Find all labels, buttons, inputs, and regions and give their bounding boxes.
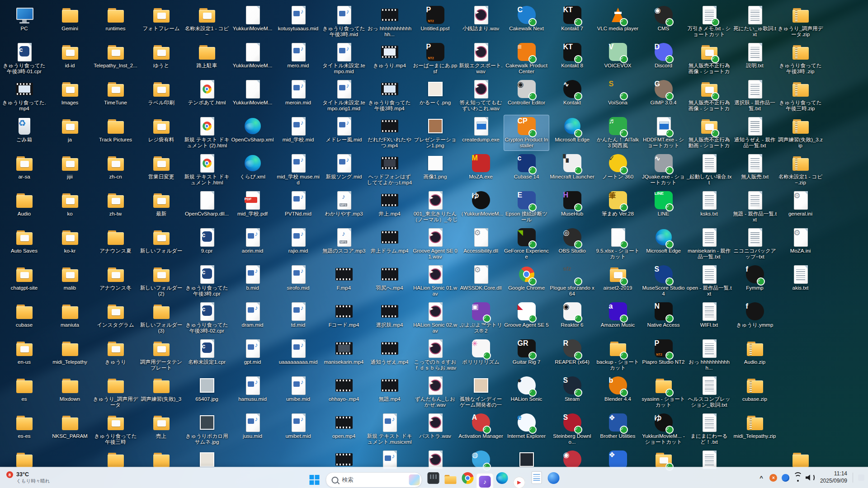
desktop-icon[interactable]: ◉✓Reaktor 6 [549, 300, 595, 336]
desktop-icon[interactable]: ゆうと [138, 41, 184, 77]
desktop-icon[interactable]: ✓無人販売不正行為 動画 - ショートカット [686, 115, 732, 151]
desktop-icon[interactable]: chatgpt-site [1, 263, 47, 299]
desktop-icon[interactable]: ✓syasinn - ショートカット [641, 374, 686, 410]
desktop-icon[interactable]: ✓9.5.xlsx - ショートカット [595, 226, 641, 262]
blue-messenger-tray-icon[interactable] [781, 473, 790, 482]
desktop-icon[interactable]: R✓REAPER (x64) [549, 337, 595, 373]
desktop-icon[interactable]: Telepathy_Inst_2... [93, 41, 138, 77]
desktop-icon[interactable]: 売上 [138, 411, 184, 447]
desktop-icon[interactable]: ♪sirofo.mid [275, 263, 321, 299]
desktop-icon[interactable]: b✓Blender 4.4 [595, 374, 641, 410]
desktop-icon[interactable]: 無題 - 親作品一覧.txt [732, 189, 778, 225]
desktop-icon[interactable]: だれだFXいれたやつ.mp4 [367, 115, 412, 151]
desktop-icon[interactable]: 選択肢.mp4 [367, 300, 412, 336]
desktop-icon[interactable]: Auto Saves [1, 226, 47, 262]
desktop-icon[interactable]: ◣✓Groove Agent SE 5 [504, 300, 549, 336]
desktop-icon[interactable]: sfz✓Plogue sforzando x64 [549, 263, 595, 299]
blue-app-taskbar-button[interactable] [545, 469, 562, 487]
desktop-icon[interactable]: ◥✓GeForce Experience [504, 226, 549, 262]
desktop-icon[interactable]: c9.cpr [184, 226, 230, 262]
desktop-icon[interactable]: フォトフレーム [138, 4, 184, 40]
desktop-icon[interactable]: S✓Steinberg Downlo... [549, 411, 595, 447]
desktop-icon[interactable]: cubase [1, 300, 47, 336]
desktop-icon[interactable]: cきゅうり食ってた午後3時.cpr [184, 263, 230, 299]
desktop-icon[interactable]: PDFmid_学校.pdf [230, 189, 275, 225]
desktop-icon[interactable]: KT✓Kontakt 7 [549, 4, 595, 40]
desktop-icon[interactable]: テンポあて.html [184, 78, 230, 114]
chrome-taskbar-button[interactable] [459, 469, 476, 487]
desktop-icon[interactable]: PNT2Untitled.ppsf [412, 4, 458, 40]
desktop-icon[interactable]: zh-cn [93, 152, 138, 188]
desktop-icon[interactable]: PC [1, 4, 47, 40]
desktop-icon[interactable]: 羽尻へ.mp4 [367, 263, 412, 299]
desktop-icon[interactable]: 通知うぜえ.mp4 [367, 337, 412, 373]
desktop-icon[interactable]: GR✓Guitar Rig 7 [504, 337, 549, 373]
desktop-icon[interactable]: ▶001_東北きりたん（ノーマル）_今じゃ... [412, 189, 458, 225]
desktop-icon[interactable]: es [1, 374, 47, 410]
desktop-icon[interactable]: N✓Native Access [641, 300, 686, 336]
desktop-icon[interactable]: TimeTune [93, 78, 138, 114]
desktop-icon[interactable]: CP✓Crypton Product Installer [504, 115, 549, 151]
desktop-icon[interactable]: 路上駐車 [184, 41, 230, 77]
desktop-icon[interactable]: 新規 テキスト ドキュメント (2).html [184, 115, 230, 151]
desktop-icon[interactable]: 新規 テキスト ドキュメント.html [184, 152, 230, 188]
notepad-taskbar-button[interactable] [528, 469, 545, 486]
desktop-icon[interactable]: ♪新規ソング.mid [321, 152, 367, 188]
desktop-icon[interactable]: WIFI.txt [686, 300, 732, 336]
desktop-icon[interactable]: アナウンス冬 [93, 263, 138, 299]
desktop-icon[interactable]: ✓無人販売不正行為 画像 - ショートカット [686, 78, 732, 114]
desktop-icon[interactable]: 新しいフォルダー (2) [138, 263, 184, 299]
desktop-icon[interactable]: 井上.mp4 [367, 189, 412, 225]
desktop-icon[interactable]: Audio [1, 189, 47, 225]
desktop-icon[interactable]: ko-kr [47, 226, 93, 262]
desktop-icon[interactable]: 調声練習(失敗)_3.zip [778, 115, 823, 151]
search-input[interactable]: 検索 [326, 472, 422, 488]
desktop-icon[interactable]: cubase.zip [732, 374, 778, 410]
desktop-icon[interactable]: ♪mero.mid [275, 41, 321, 77]
taskbar-clock[interactable]: 11:14 2025/09/09 [820, 470, 847, 484]
desktop-icon[interactable]: ko [47, 189, 93, 225]
desktop-icon[interactable]: ゆ（YukkuriMovieM... [458, 189, 504, 225]
desktop-icon[interactable]: ▶新規エクスポート.wav [458, 41, 504, 77]
desktop-icon[interactable]: きゅうり.mp4 [367, 41, 412, 77]
desktop-icon[interactable]: f✓Fymmp [732, 263, 778, 299]
desktop-icon[interactable]: ◎✓OBS Studio [549, 226, 595, 262]
desktop-icon[interactable]: S✓VoiSona [595, 78, 641, 114]
desktop-icon[interactable]: プレゼンテーション1.png [412, 115, 458, 151]
desktop-icon[interactable]: fきゅうり.ymmp [732, 300, 778, 336]
desktop-icon[interactable]: Images [47, 78, 93, 114]
desktop-icon[interactable]: ⚙general.ini [778, 189, 823, 225]
desktop-icon[interactable]: ✓Microsoft Edge [641, 226, 686, 262]
desktop-icon[interactable]: midi_Telepathy.zip [732, 411, 778, 447]
desktop-icon[interactable]: ♪新規 テキスト ドキュメント.musicxml [367, 411, 412, 447]
desktop-icon[interactable]: ♪タイトル未設定.tempo.orig1.mid [321, 78, 367, 114]
desktop-icon[interactable]: midi_Telepathy [47, 337, 93, 373]
desktop-icon[interactable]: cきゅうり食ってた午後3時-02.cpr [184, 300, 230, 336]
desktop-icon[interactable]: ⚙Accessibility.dll [458, 226, 504, 262]
desktop-icon[interactable]: きゅうり_調声用データ [93, 374, 138, 410]
desktop-icon[interactable]: 死にたい_ゅ歌詞.txt [732, 4, 778, 40]
desktop-icon[interactable]: ▶HALion Sonic 02.wav [412, 300, 458, 336]
desktop-icon[interactable]: open.mp4 [321, 411, 367, 447]
desktop-icon[interactable]: malib [47, 263, 93, 299]
desktop-icon[interactable]: ラベル印刷 [138, 78, 184, 114]
desktop-icon[interactable]: ♪uaaaaaaaaa.mid [275, 337, 321, 373]
desktop-icon[interactable]: runtimes [93, 4, 138, 40]
desktop-icon[interactable]: _起動しない場合.txt [686, 152, 732, 188]
desktop-icon[interactable]: ◉✓Controller Editor [504, 78, 549, 114]
desktop-icon[interactable]: 名称未設定1 - コピ−.zip [778, 152, 823, 188]
desktop-icon[interactable]: ▶ずんだもん_しおかぜ.wav [412, 374, 458, 410]
desktop-icon[interactable]: a✓Amazon Music [595, 300, 641, 336]
desktop-icon[interactable]: cきゅうり食ってた午後3時-01.cpr [1, 41, 47, 77]
taskbar-weather-widget[interactable]: 8 33°C くもり時々晴れ [2, 467, 54, 488]
desktop-icon[interactable]: en-us [1, 337, 47, 373]
desktop-icon[interactable]: KT✓Kontakt 8 [549, 41, 595, 77]
desktop-icon[interactable]: Gemini [47, 4, 93, 40]
desktop-icon[interactable]: ♻ごみ箱 [1, 115, 47, 151]
desktop-icon[interactable]: akis.txt [778, 263, 823, 299]
notification-center-icon[interactable] [858, 474, 864, 481]
desktop-icon[interactable]: ⚙AWSSDK.Core.dll [458, 263, 504, 299]
orange-app-tray-icon[interactable]: × [769, 473, 778, 482]
desktop-icon[interactable]: きゅうりボカロ用サムネ.jpg [184, 411, 230, 447]
widget-media-taskbar-button[interactable] [425, 469, 442, 487]
